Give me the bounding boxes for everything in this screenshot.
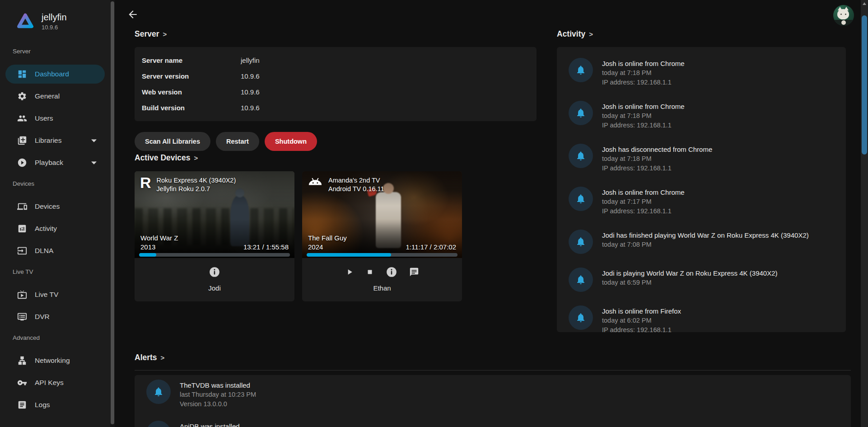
sidebar-item-activity[interactable]: Activity — [5, 219, 105, 238]
app-name: jellyfin — [42, 12, 67, 23]
alert-title: TheTVDB was installed — [180, 380, 256, 390]
alert-time: last Thursday at 10:23 PM — [180, 390, 256, 399]
activity-title: Jodi is playing World War Z on Roku Expr… — [602, 268, 778, 278]
device-card-roku[interactable]: R Roku Express 4K (3940X2) Jellyfin Roku… — [135, 171, 294, 301]
back-arrow-icon — [127, 9, 139, 20]
page-scrollbar-thumb[interactable] — [862, 15, 867, 155]
scroll-up-arrow-icon[interactable] — [863, 2, 866, 5]
activity-title: Jodi has finished playing World War Z on… — [602, 230, 809, 240]
activity-entry[interactable]: Josh is online from Chrome today at 7:17… — [557, 187, 846, 216]
client-version: Android TV 0.16.11 — [328, 185, 384, 193]
back-button[interactable] — [125, 6, 141, 23]
playback-progress-fill — [139, 253, 156, 257]
sidebar-item-live-tv[interactable]: Live TV — [5, 285, 105, 304]
sidebar-item-libraries[interactable]: Libraries — [5, 131, 105, 150]
activity-texts: Josh is online from Chrome today at 7:17… — [602, 187, 685, 216]
sidebar-item-label: Devices — [35, 202, 60, 211]
server-info-card: Server name jellyfin Server version 10.9… — [135, 47, 537, 121]
sidebar-item-dvr[interactable]: DVR — [5, 307, 105, 326]
media-meta-row: 2013 13:21 / 1:55:58 — [140, 243, 289, 252]
activity-ip: IP address: 192.168.1.1 — [602, 164, 712, 173]
sidebar-item-api-keys[interactable]: API Keys — [5, 373, 105, 392]
sidebar-nav: Server Dashboard General Users Librari — [0, 48, 110, 414]
sidebar-section-devices: Devices — [13, 180, 98, 188]
info-button[interactable] — [209, 266, 220, 278]
now-playing-info: World War Z 2013 13:21 / 1:55:58 — [140, 234, 289, 252]
user-avatar[interactable] — [833, 5, 854, 26]
info-button[interactable] — [386, 266, 397, 278]
stop-button[interactable] — [366, 268, 374, 276]
bell-icon — [153, 386, 164, 397]
sidebar-item-dlna[interactable]: DLNA — [5, 241, 105, 260]
sidebar-item-label: Users — [35, 114, 53, 122]
sidebar-item-dashboard[interactable]: Dashboard — [5, 65, 105, 84]
active-devices-label: Active Devices — [135, 153, 191, 163]
sidebar-section-server: Server — [13, 48, 98, 56]
bell-icon — [575, 150, 586, 161]
info-value: 10.9.6 — [241, 104, 537, 112]
activity-texts: Josh is online from Firefox today at 6:0… — [602, 305, 681, 332]
sidebar-item-general[interactable]: General — [5, 87, 105, 106]
device-card-footer: Ethan — [302, 258, 462, 301]
gear-icon — [17, 91, 27, 101]
alert-detail: Version 13.0.0.0 — [180, 399, 256, 409]
playback-progress-bar — [307, 253, 457, 257]
sidebar-item-label: General — [35, 92, 60, 100]
playback-controls — [135, 265, 294, 279]
avatar-cat-eyes — [840, 14, 842, 15]
play-button[interactable] — [345, 267, 354, 277]
active-devices-row: R Roku Express 4K (3940X2) Jellyfin Roku… — [135, 171, 537, 301]
jellyfin-logo-icon — [16, 12, 34, 32]
alert-entry[interactable]: TheTVDB was installed last Thursday at 1… — [142, 380, 851, 409]
activity-heading[interactable]: Activity > — [557, 29, 846, 39]
device-identity: Amanda's 2nd TV Android TV 0.16.11 — [328, 175, 384, 193]
shutdown-button[interactable]: Shutdown — [265, 132, 317, 151]
activity-icon — [17, 224, 27, 234]
alerts-label: Alerts — [135, 353, 157, 362]
sidebar-item-playback[interactable]: Playback — [5, 153, 105, 172]
alert-title: AniDB was installed — [180, 422, 240, 427]
sidebar-item-networking[interactable]: Networking — [5, 351, 105, 370]
bell-badge — [569, 58, 593, 82]
sidebar-item-label: Playback — [35, 159, 63, 167]
sidebar-item-label: API Keys — [35, 379, 64, 387]
alerts-card: TheTVDB was installed last Thursday at 1… — [135, 375, 851, 427]
active-devices-heading[interactable]: Active Devices > — [135, 153, 537, 163]
activity-ip: IP address: 192.168.1.1 — [602, 325, 681, 332]
alerts-heading[interactable]: Alerts > — [135, 352, 851, 362]
sidebar-item-label: Logs — [35, 401, 50, 409]
send-message-button[interactable] — [409, 267, 419, 277]
alert-texts: TheTVDB was installed last Thursday at 1… — [180, 380, 256, 409]
devices-icon — [17, 202, 27, 211]
info-value: 10.9.6 — [241, 72, 537, 80]
activity-entry[interactable]: Josh has disconnected from Chrome today … — [557, 144, 846, 173]
server-section-heading[interactable]: Server > — [135, 29, 537, 39]
media-year: 2013 — [140, 243, 155, 252]
restart-button[interactable]: Restart — [216, 132, 259, 151]
activity-ip: IP address: 192.168.1.1 — [602, 121, 685, 130]
activity-entry[interactable]: Jodi has finished playing World War Z on… — [557, 230, 846, 254]
alerts-section: Alerts > TheTVDB was installed last Thur… — [135, 349, 851, 427]
bell-badge — [146, 421, 171, 427]
now-playing-backdrop: R Roku Express 4K (3940X2) Jellyfin Roku… — [135, 171, 294, 258]
alert-entry[interactable]: AniDB was installed — [142, 421, 851, 427]
device-card-header: Amanda's 2nd TV Android TV 0.16.11 — [302, 171, 462, 197]
device-card-android-tv[interactable]: Amanda's 2nd TV Android TV 0.16.11 The F… — [302, 171, 462, 301]
activity-entry[interactable]: Josh is online from Chrome today at 7:18… — [557, 58, 846, 87]
activity-entry[interactable]: Jodi is playing World War Z on Roku Expr… — [557, 267, 846, 292]
heading-chevron-icon: > — [161, 354, 165, 361]
activity-entry[interactable]: Josh is online from Chrome today at 7:18… — [557, 101, 846, 130]
sidebar-item-logs[interactable]: Logs — [5, 395, 105, 414]
now-playing-backdrop: Amanda's 2nd TV Android TV 0.16.11 The F… — [302, 171, 462, 258]
sidebar-scrollbar[interactable] — [110, 0, 115, 427]
activity-entry[interactable]: Josh is online from Firefox today at 6:0… — [557, 305, 846, 332]
scan-all-libraries-button[interactable]: Scan All Libraries — [135, 132, 210, 151]
heading-chevron-icon: > — [194, 154, 198, 162]
sidebar-item-devices[interactable]: Devices — [5, 197, 105, 216]
info-value: 10.9.6 — [241, 88, 537, 96]
page-scrollbar[interactable] — [861, 0, 868, 427]
sidebar-scrollbar-thumb[interactable] — [111, 1, 114, 424]
sidebar-item-users[interactable]: Users — [5, 109, 105, 128]
bell-badge — [569, 230, 593, 254]
sidebar: jellyfin 10.9.6 Server Dashboard General… — [0, 0, 110, 427]
